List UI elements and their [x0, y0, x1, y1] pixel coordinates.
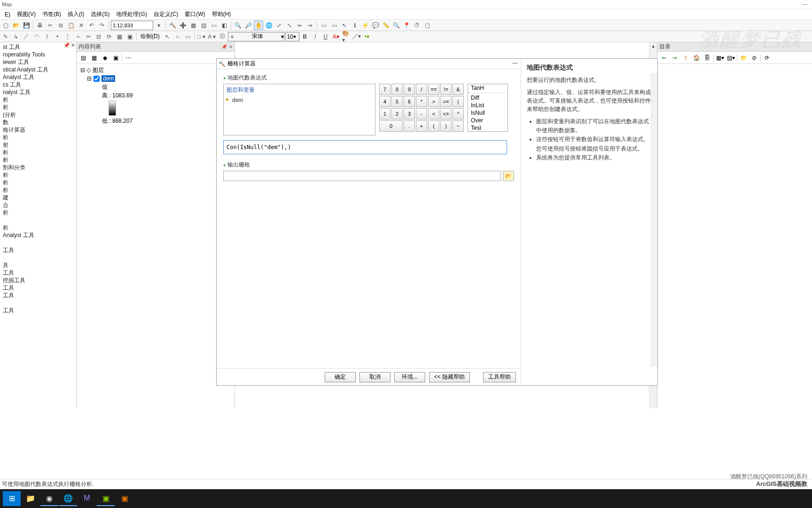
reshape-icon[interactable]: ⌁: [73, 32, 83, 41]
identify-icon[interactable]: ℹ: [350, 21, 359, 30]
keypad-btn-/[interactable]: /: [416, 84, 427, 95]
menu-help[interactable]: 帮助(H): [209, 9, 234, 19]
cancel-button[interactable]: 取消: [359, 372, 390, 382]
function-InList[interactable]: InList: [468, 102, 508, 109]
keypad-btn-*[interactable]: *: [416, 96, 427, 107]
fixed-zoom-in-icon[interactable]: ⤢: [274, 21, 284, 30]
text-icon[interactable]: A ▾: [207, 32, 217, 41]
scale-input[interactable]: [111, 21, 153, 30]
toggle-tree-icon[interactable]: ▦▾: [715, 53, 725, 63]
add-data-icon[interactable]: ➕: [178, 21, 187, 30]
hyperlink-icon[interactable]: ⚡: [360, 21, 370, 30]
toolbox-item[interactable]: Analyst 工具: [1, 73, 75, 81]
toolbox-item[interactable]: Analyst 工具: [1, 231, 75, 239]
close-icon[interactable]: ✕: [229, 44, 233, 49]
undo-icon[interactable]: ↶: [87, 21, 96, 30]
trace-icon[interactable]: ⌇: [42, 32, 52, 41]
toolbox-item[interactable]: nalyst 工具: [1, 88, 75, 96]
arcmap-icon[interactable]: 🌐: [59, 491, 77, 506]
output-raster-input[interactable]: [223, 171, 501, 181]
keypad-btn-.[interactable]: .: [404, 120, 415, 132]
bold-icon[interactable]: B: [300, 32, 310, 41]
delete-icon[interactable]: ✕: [77, 21, 86, 30]
list-by-selection-icon[interactable]: ▣: [111, 53, 120, 63]
toolbox-item[interactable]: 析: [1, 224, 75, 231]
function-Over[interactable]: Over: [468, 117, 508, 124]
toolbox-item[interactable]: 析: [1, 171, 75, 179]
editor-icon[interactable]: ▣: [116, 491, 133, 506]
toolbox-item[interactable]: 析: [1, 186, 75, 194]
toolbox-item[interactable]: stical Analyst 工具: [1, 66, 75, 73]
new-icon[interactable]: ▢: [1, 21, 10, 30]
edit-text-icon[interactable]: Ⓐ: [218, 32, 227, 41]
measure-icon[interactable]: 📏: [381, 21, 390, 30]
rect-icon[interactable]: □ ▾: [197, 32, 206, 41]
default-gdb-icon[interactable]: 🗄: [703, 53, 712, 63]
up-icon[interactable]: ⇧: [681, 53, 690, 63]
keypad-btn-)[interactable]: ): [440, 120, 452, 132]
circle-draw-icon[interactable]: ○: [173, 32, 182, 41]
layer-dem[interactable]: dem: [102, 75, 115, 82]
html-popup-icon[interactable]: 💬: [371, 21, 380, 30]
fixed-zoom-out-icon[interactable]: ⤡: [285, 21, 294, 30]
save-icon[interactable]: 💾: [22, 21, 31, 30]
open-icon[interactable]: 📂: [11, 21, 21, 30]
keypad-btn-1[interactable]: 1: [379, 108, 390, 119]
pin-icon[interactable]: 📌: [63, 42, 70, 51]
toolbox-item[interactable]: 割和分类: [1, 164, 75, 171]
forward-icon[interactable]: ⇒: [670, 53, 679, 63]
file-explorer-icon[interactable]: 📁: [22, 491, 39, 506]
print-icon[interactable]: 🖶: [35, 21, 45, 30]
hide-help-button[interactable]: << 隐藏帮助: [429, 372, 470, 382]
expression-input[interactable]: [223, 140, 507, 154]
keypad-btn-^[interactable]: ^: [453, 108, 464, 119]
keypad-btn-5[interactable]: 5: [391, 96, 403, 107]
zoom-in-icon[interactable]: 🔍: [233, 21, 242, 30]
toolbox-item[interactable]: 析: [1, 149, 75, 156]
keypad-btn->=[interactable]: >=: [440, 96, 452, 107]
scale-dropdown-icon[interactable]: ▾: [154, 21, 164, 30]
back-icon[interactable]: ⇐: [659, 53, 669, 63]
close-icon[interactable]: ✕: [71, 42, 75, 51]
function-TanH[interactable]: TanH: [468, 84, 508, 92]
toolbox-item[interactable]: 工具: [1, 284, 75, 292]
fill-color-icon[interactable]: 🎨▾: [342, 32, 351, 41]
full-extent-icon[interactable]: 🌐: [264, 21, 273, 30]
redo-icon[interactable]: ↷: [97, 21, 107, 30]
keypad-btn-!=[interactable]: !=: [440, 84, 452, 95]
select-elem-icon[interactable]: ↖: [340, 21, 349, 30]
font-select[interactable]: ◈宋体▾: [228, 32, 284, 41]
keypad-btn-8[interactable]: 8: [391, 84, 403, 95]
toolbox-item[interactable]: (分析: [1, 111, 75, 119]
rotate-icon[interactable]: ⟳: [104, 32, 114, 41]
arc-icon[interactable]: ◠: [32, 32, 41, 41]
python-icon[interactable]: ▭: [209, 21, 219, 30]
keypad-btn-4[interactable]: 4: [379, 96, 390, 107]
toolbox-item[interactable]: [1, 299, 75, 307]
toolbox-item[interactable]: [1, 254, 75, 262]
pan-icon[interactable]: ✋: [254, 21, 263, 30]
toolbox-icon[interactable]: 🔨: [168, 21, 177, 30]
viewer-icon[interactable]: ▢: [422, 21, 432, 30]
toolbox-item[interactable]: 工具: [1, 269, 75, 277]
toolbox-item[interactable]: 析: [1, 134, 75, 141]
ok-button[interactable]: 确定: [325, 372, 356, 382]
findxy-icon[interactable]: 📍: [402, 21, 411, 30]
keypad-btn-2[interactable]: 2: [391, 108, 403, 119]
keypad-btn-==[interactable]: ==: [428, 84, 439, 95]
toolbox-item[interactable]: 析: [1, 156, 75, 164]
find-icon[interactable]: 🔍: [391, 21, 401, 30]
layer-checkbox[interactable]: [94, 76, 100, 82]
refresh-icon[interactable]: ⟳: [762, 53, 772, 63]
list-by-drawing-icon[interactable]: ▤: [78, 53, 88, 63]
toolbox-item[interactable]: 析: [1, 103, 75, 111]
layers-variables-list[interactable]: 图层和变量 dem: [223, 84, 375, 135]
annotation-icon[interactable]: ▭: [183, 32, 193, 41]
pin-icon[interactable]: 📌: [221, 44, 227, 49]
keypad-btn-|[interactable]: |: [453, 96, 464, 107]
sketch-icon[interactable]: ▣: [125, 32, 134, 41]
chrome-icon[interactable]: ◉: [40, 491, 58, 506]
options-icon[interactable]: ⋯: [124, 53, 133, 63]
camtasia-icon[interactable]: ▣: [97, 491, 115, 506]
paste-icon[interactable]: 📋: [66, 21, 76, 30]
